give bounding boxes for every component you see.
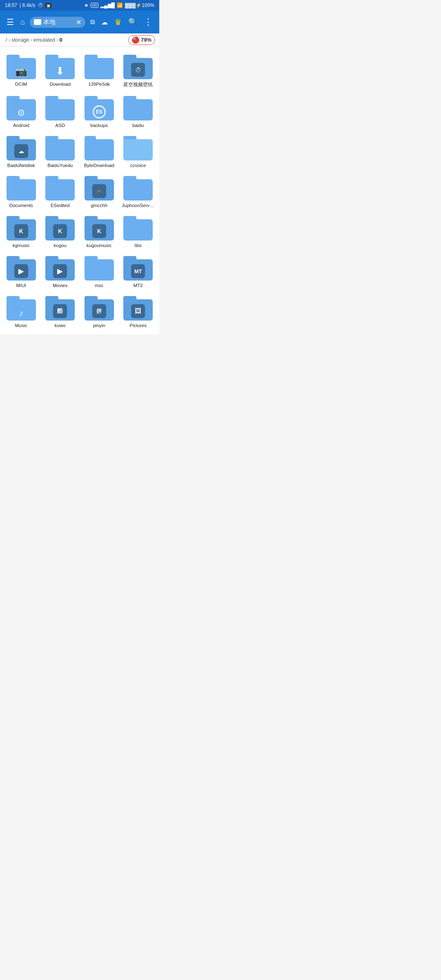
search-button[interactable]: 🔍 [127, 16, 139, 28]
folder-kuwo[interactable]: 酷 kuwo [41, 291, 80, 331]
folder-icon-pinyin: 拼 [85, 296, 114, 321]
folder-label-gmcchh: gmcchh [91, 203, 107, 208]
music-note-icon: ♪ [19, 308, 23, 318]
folder-icon-documents [7, 176, 36, 200]
folder-icon-dcim: 📷 [7, 55, 36, 79]
folder-baiduyuedu[interactable]: BaiduYuedu [41, 131, 80, 171]
folder-baidunetdisk[interactable]: ☁ BaiduNetdisk [2, 131, 41, 171]
folder-android[interactable]: ⚙ Android [2, 91, 41, 131]
folder-kgmusic[interactable]: K kgmusic [2, 211, 41, 251]
folder-label-139pesdk: 139PeSdk [88, 82, 110, 87]
folder-icon-android: ⚙ [7, 96, 36, 120]
tab-icon [34, 19, 41, 25]
crown-icon[interactable]: ♛ [113, 16, 123, 29]
speedometer-overlay: ⏱ [131, 63, 145, 77]
breadcrumb-folder[interactable]: 0 [60, 37, 62, 43]
folder-miui[interactable]: ▶ MIUI [2, 251, 41, 291]
folder-bytedownload[interactable]: ByteDownload [80, 131, 119, 171]
folder-icon-baidu [123, 96, 153, 120]
home-button[interactable]: ⌂ [19, 16, 27, 28]
folder-documents[interactable]: Documents [2, 171, 41, 211]
folder-label-pinyin: pinyin [93, 323, 105, 328]
folder-139pesdk[interactable]: 139PeSdk [80, 50, 119, 91]
folder-music[interactable]: ♪ Music [2, 291, 41, 331]
tab-switcher[interactable]: ⧉ [89, 17, 96, 27]
status-bar: 18:57 | 8.4k/s ⏱ ▣ ★ HD ▂▄▆█ 📶 ▓▓▓⚡100% [0, 0, 159, 11]
folder-icon-baidunetdisk: ☁ [7, 136, 36, 160]
local-tab[interactable]: 本地 ✕ [30, 17, 85, 28]
gmcchh-overlay: 🎮 [92, 184, 106, 198]
play-btn2-icon: ▶ [57, 267, 63, 276]
pinyin-icon: 拼 [96, 307, 102, 315]
breadcrumb-root[interactable]: / [6, 37, 7, 43]
folder-dcim[interactable]: 📷 DCIM [2, 50, 41, 91]
folder-mt2[interactable]: MT MT2 [119, 251, 158, 291]
folder-label-baidunetdisk: BaiduNetdisk [7, 163, 35, 168]
play-btn-icon: ▶ [18, 267, 24, 276]
movies-overlay: ▶ [53, 264, 67, 278]
folder-label-movies: Movies [53, 283, 67, 288]
folder-kugou[interactable]: K kugou [41, 211, 80, 251]
baidupan-overlay: ☁ [14, 144, 28, 158]
pictures-overlay: 🖼 [131, 304, 145, 318]
breadcrumb-storage[interactable]: storage [11, 37, 29, 43]
folder-icon-miui: ▶ [7, 256, 36, 281]
status-right: ★ HD ▂▄▆█ 📶 ▓▓▓⚡100% [84, 2, 154, 8]
breadcrumb-bar: / › storage › emulated › 0 79% [0, 33, 159, 47]
status-cast-icon: ▣ [45, 3, 51, 8]
camera-icon: 📷 [15, 66, 27, 77]
folder-kugoumusic[interactable]: K kugoumusic [80, 211, 119, 251]
status-timer-icon: ⏱ [38, 2, 43, 8]
kuwo-icon: 酷 [57, 307, 63, 315]
gmcchh-icon: 🎮 [96, 188, 102, 194]
folder-libs[interactable]: libs [119, 211, 158, 251]
image-icon: 🖼 [135, 307, 141, 315]
kgmusic-overlay: K [14, 224, 28, 238]
folder-icon-kugou: K [45, 216, 75, 241]
folder-label-kgmusic: kgmusic [13, 243, 30, 248]
kugoumusic-overlay: K [92, 224, 106, 238]
folder-asd[interactable]: ASD [41, 91, 80, 131]
folder-msc[interactable]: msc [80, 251, 119, 291]
folder-icon-mt2: MT [123, 256, 153, 281]
cloud-button[interactable]: ☁ [100, 17, 109, 28]
folder-juphoon[interactable]: JuphoonService [119, 171, 158, 211]
folder-esedited[interactable]: ESedited [41, 171, 80, 211]
tab-close[interactable]: ✕ [76, 18, 81, 26]
folder-label-mt2: MT2 [134, 283, 143, 288]
folder-icon-bytedownload [85, 136, 114, 160]
hd-badge: HD [91, 3, 98, 8]
wifi-icon: 📶 [117, 2, 123, 8]
folder-xingkong[interactable]: ⏱ 星空视频壁纸 [119, 50, 158, 91]
folder-icon-backups: ES [85, 96, 114, 120]
folder-label-juphoon: JuphoonService [122, 203, 154, 208]
folder-label-ccvoice: ccvoice [130, 163, 146, 168]
status-left: 18:57 | 8.4k/s ⏱ ▣ [5, 2, 51, 8]
folder-icon-gmcchh: 🎮 [85, 176, 114, 200]
folder-pictures[interactable]: 🖼 Pictures [119, 291, 158, 331]
folder-ccvoice[interactable]: ccvoice [119, 131, 158, 171]
hamburger-menu[interactable]: ☰ [5, 16, 16, 29]
bluetooth-icon: ★ [84, 2, 89, 8]
folder-icon-asd [45, 96, 75, 120]
more-menu[interactable]: ⋮ [142, 15, 154, 29]
folder-gmcchh[interactable]: 🎮 gmcchh [80, 171, 119, 211]
folder-movies[interactable]: ▶ Movies [41, 251, 80, 291]
folder-icon-pictures: 🖼 [123, 296, 153, 321]
tab-label: 本地 [43, 18, 56, 26]
folder-icon-msc [85, 256, 114, 281]
storage-badge: 79% [128, 35, 155, 45]
signal-icon: ▂▄▆█ [100, 2, 115, 8]
kugou-overlay: K [53, 224, 67, 238]
kugou-k2-icon: K [58, 228, 62, 234]
folder-download[interactable]: ⬇ Download [41, 50, 80, 91]
mt2-overlay: MT [131, 264, 145, 278]
breadcrumb-emulated[interactable]: emulated [33, 37, 55, 43]
mt2-icon: MT [134, 268, 142, 274]
folder-baidu[interactable]: baidu [119, 91, 158, 131]
folder-pinyin[interactable]: 拼 pinyin [80, 291, 119, 331]
folder-label-dcim: DCIM [15, 82, 27, 87]
folder-label-miui: MIUI [16, 283, 26, 288]
folder-backups[interactable]: ES backups [80, 91, 119, 131]
folder-label-baiduyuedu: BaiduYuedu [47, 163, 73, 168]
